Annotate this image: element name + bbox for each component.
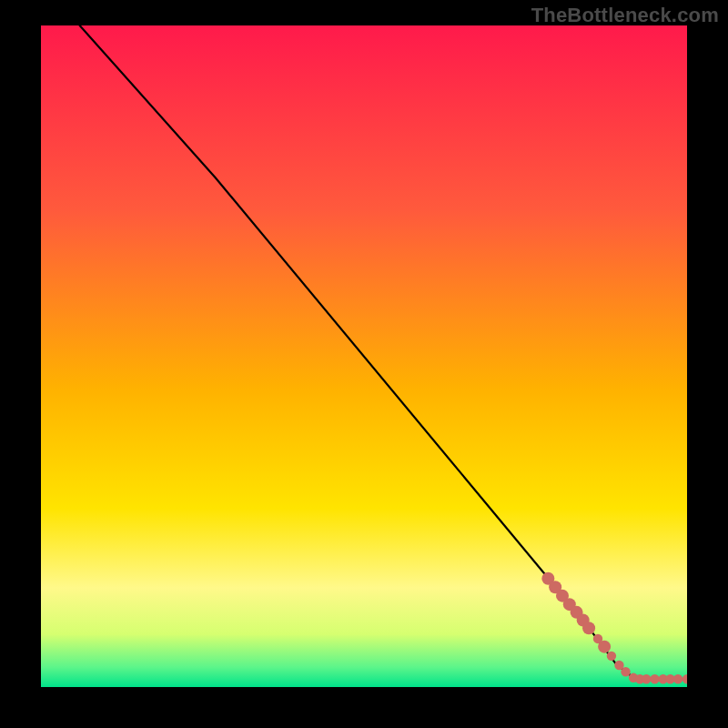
watermark-text: TheBottleneck.com xyxy=(531,4,719,27)
plot-area xyxy=(41,25,687,687)
chart-svg xyxy=(41,25,687,687)
curve-marker xyxy=(582,622,595,634)
curve-marker xyxy=(607,652,616,661)
curve-marker xyxy=(598,641,611,653)
curve-marker xyxy=(673,674,682,683)
curve-marker xyxy=(621,667,630,676)
chart-frame: TheBottleneck.com xyxy=(0,0,728,728)
curve-marker xyxy=(642,674,651,683)
curve-marker xyxy=(650,674,659,683)
